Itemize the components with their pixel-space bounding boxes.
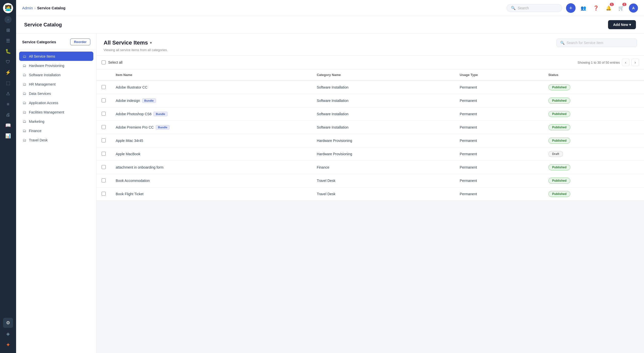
category-item-0[interactable]: 🗂All Service Items — [19, 52, 93, 61]
category-item-5[interactable]: 🗂Application Access — [19, 98, 93, 107]
folder-icon: 🗂 — [23, 91, 26, 96]
category-label: All Service Items — [29, 54, 55, 58]
category-item-7[interactable]: 🗂Marketing — [19, 117, 93, 126]
row-category: Travel Desk — [312, 187, 455, 201]
row-checkbox-cell — [97, 147, 111, 161]
row-item-name: Adobe Photoshop CS6 Bundle — [111, 107, 312, 121]
row-checkbox-cell — [97, 161, 111, 174]
book-icon[interactable]: 📖 — [3, 120, 13, 130]
global-search-input[interactable] — [518, 6, 558, 10]
select-all-label[interactable]: Select all — [102, 60, 123, 64]
table-row[interactable]: Adobe indesign Bundle Software Installat… — [97, 94, 644, 107]
settings-icon[interactable]: ⚙ — [3, 318, 13, 328]
cube-icon[interactable]: ◈ — [3, 329, 13, 339]
search-icon: 🔍 — [560, 41, 565, 45]
table-row[interactable]: Adobe Illustrator CC Software Installati… — [97, 81, 644, 94]
body-row: Service Categories Reorder 🗂All Service … — [16, 33, 644, 353]
page-title: Service Catalog — [24, 22, 62, 28]
reorder-button[interactable]: Reorder — [70, 38, 90, 45]
folder-icon: 🗂 — [23, 138, 26, 142]
category-item-3[interactable]: 🗂HR Management — [19, 80, 93, 89]
notifications-button[interactable]: 🔔 1 — [604, 3, 613, 13]
warning-icon[interactable]: ⚠ — [3, 89, 13, 99]
global-search-box[interactable]: 🔍 — [507, 4, 562, 12]
category-label: Facilities Management — [29, 110, 64, 114]
row-checkbox[interactable] — [102, 152, 106, 156]
folder-icon: 🗂 — [23, 63, 26, 68]
table-row[interactable]: Book Flight Ticket Travel Desk Permanent… — [97, 187, 644, 201]
folder-icon: 🗂 — [23, 54, 26, 58]
row-item-name: attachment in onboarding form — [111, 161, 312, 174]
table-row[interactable]: Apple MacBook Hardware Provisioning Perm… — [97, 147, 644, 161]
status-badge: Published — [548, 164, 570, 170]
next-page-button[interactable]: › — [631, 59, 639, 66]
table-search-box[interactable]: 🔍 — [556, 38, 637, 47]
row-checkbox[interactable] — [102, 112, 106, 116]
prev-page-button[interactable]: ‹ — [622, 59, 629, 66]
row-checkbox-cell — [97, 94, 111, 107]
add-new-btn[interactable]: Add New ▾ — [608, 20, 636, 29]
page-header: Service Catalog Add New ▾ — [16, 16, 644, 33]
cart-button[interactable]: 🛒 2 — [616, 3, 626, 13]
stack-icon[interactable]: ≡ — [3, 99, 13, 109]
inbox-icon[interactable]: ☰ — [3, 36, 13, 46]
table-title[interactable]: All Service Items ▾ — [104, 40, 152, 46]
category-item-8[interactable]: 🗂Finance — [19, 126, 93, 135]
notification-badge: 1 — [610, 3, 614, 6]
printer-icon[interactable]: 🖨 — [3, 110, 13, 120]
select-all-text: Select all — [108, 60, 123, 64]
row-usage-type: Permanent — [455, 107, 543, 121]
row-checkbox[interactable] — [102, 178, 106, 182]
row-checkbox[interactable] — [102, 138, 106, 142]
category-item-6[interactable]: 🗂Facilities Management — [19, 107, 93, 117]
row-usage-type: Permanent — [455, 94, 543, 107]
category-item-1[interactable]: 🗂Hardware Provisioning — [19, 61, 93, 70]
category-item-9[interactable]: 🗂Travel Desk — [19, 135, 93, 145]
row-checkbox-cell — [97, 81, 111, 94]
row-checkbox[interactable] — [102, 125, 106, 129]
table-row[interactable]: Book Accommodation Travel Desk Permanent… — [97, 174, 644, 187]
table-search-input[interactable] — [567, 41, 633, 45]
category-item-4[interactable]: 🗂Data Services — [19, 89, 93, 98]
row-item-name: Apple iMac 34r45 — [111, 134, 312, 147]
sidebar-bottom-group: ⚙ ◈ ✦ — [1, 318, 15, 350]
table-row[interactable]: attachment in onboarding form Finance Pe… — [97, 161, 644, 174]
home-icon[interactable]: ⊞ — [3, 25, 13, 35]
breadcrumb-parent[interactable]: Admin — [22, 6, 33, 10]
row-usage-type: Permanent — [455, 174, 543, 187]
category-item-2[interactable]: 🗂Software Installation — [19, 70, 93, 80]
table-row[interactable]: Adobe Premiere Pro CC Bundle Software In… — [97, 121, 644, 134]
layers-icon[interactable]: ⬚ — [3, 78, 13, 88]
select-all-checkbox[interactable] — [102, 60, 106, 64]
status-badge: Draft — [548, 151, 563, 157]
item-name-text: Adobe Photoshop CS6 Bundle — [116, 112, 307, 116]
item-name-text: Adobe indesign Bundle — [116, 98, 307, 103]
row-category: Software Installation — [312, 107, 455, 121]
contacts-button[interactable]: 👥 — [579, 3, 588, 13]
bolt-icon[interactable]: ⚡ — [3, 67, 13, 77]
bug-icon[interactable]: 🐛 — [3, 46, 13, 56]
row-checkbox[interactable] — [102, 192, 106, 196]
status-badge: Published — [548, 84, 570, 90]
table-row[interactable]: Adobe Photoshop CS6 Bundle Software Inst… — [97, 107, 644, 121]
zoho-icon[interactable]: ✦ — [3, 340, 13, 350]
row-item-name: Adobe Illustrator CC — [111, 81, 312, 94]
header-category-name: Category Name — [312, 69, 455, 81]
help-button[interactable]: ❓ — [591, 3, 601, 13]
sidebar-toggle[interactable]: › — [5, 16, 12, 23]
table-row[interactable]: Apple iMac 34r45 Hardware Provisioning P… — [97, 134, 644, 147]
add-new-button[interactable]: + — [566, 3, 576, 13]
chart-icon[interactable]: 📊 — [3, 131, 13, 141]
shield-icon[interactable]: 🛡 — [3, 57, 13, 67]
row-checkbox[interactable] — [102, 85, 106, 89]
row-usage-type: Permanent — [455, 161, 543, 174]
folder-icon: 🗂 — [23, 119, 26, 124]
row-status: Published — [543, 94, 644, 107]
row-status: Published — [543, 134, 644, 147]
status-badge: Published — [548, 124, 570, 130]
row-checkbox-cell — [97, 187, 111, 201]
row-checkbox[interactable] — [102, 98, 106, 102]
breadcrumb-current: Service Catalog — [37, 6, 66, 10]
row-checkbox[interactable] — [102, 165, 106, 169]
user-avatar[interactable]: A — [629, 4, 638, 13]
